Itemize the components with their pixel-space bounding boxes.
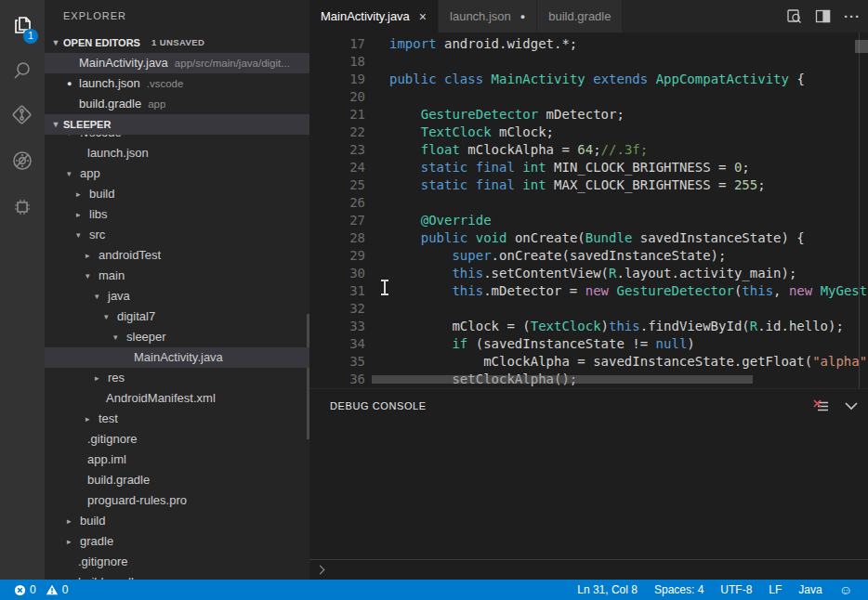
folder-section-header[interactable]: ▼ SLEEPER xyxy=(45,114,309,135)
open-editors-label: OPEN EDITORS xyxy=(63,33,140,53)
line-number: 18 xyxy=(324,53,365,71)
close-panel-icon[interactable] xyxy=(844,401,859,411)
tree-item-build.gradle[interactable]: build.gradle xyxy=(45,470,309,490)
line-number: 23 xyxy=(324,141,365,159)
tree-item-build.gradle[interactable]: build.gradle xyxy=(45,572,309,580)
dirty-dot-icon: ● xyxy=(67,73,79,94)
tree-item-java[interactable]: ▾java xyxy=(45,286,309,307)
tree-item-res[interactable]: ▸res xyxy=(45,368,309,388)
tab-label: build.gradle xyxy=(548,9,611,23)
chevron-down-icon: ▼ xyxy=(48,33,63,53)
debug-activity-button[interactable] xyxy=(0,140,45,185)
debug-icon xyxy=(10,149,34,176)
open-editor-item[interactable]: build.gradleapp xyxy=(45,94,309,114)
eol-setting[interactable]: LF xyxy=(760,580,790,600)
clear-console-icon[interactable] xyxy=(813,399,829,413)
code-line: 35 mClockAlpha = savedInstanceState.getF… xyxy=(309,353,868,371)
tree-item-digital7[interactable]: ▾digital7 xyxy=(45,307,309,327)
panel-title[interactable]: DEBUG CONSOLE xyxy=(330,400,427,411)
vertical-scrollbar[interactable] xyxy=(855,33,868,388)
encoding-setting[interactable]: UTF-8 xyxy=(712,580,760,600)
chevron-collapsed-icon: ▸ xyxy=(76,184,89,204)
line-number: 32 xyxy=(324,300,365,318)
chevron-down-icon: ▼ xyxy=(48,114,63,135)
tree-item-MainActivity.java[interactable]: MainActivity.java xyxy=(45,347,309,368)
language-mode[interactable]: Java xyxy=(790,580,830,600)
problems-indicator[interactable]: 0 0 xyxy=(9,580,72,600)
more-actions-icon[interactable]: ··· xyxy=(844,12,861,21)
cursor-position[interactable]: Ln 31, Col 8 xyxy=(569,580,646,600)
activity-bar: 1 xyxy=(0,0,45,580)
tree-item-label: build.gradle xyxy=(78,572,140,580)
tree-item-.gitignore[interactable]: .gitignore xyxy=(45,552,309,572)
code-editor[interactable]: 17import android.widget.*;1819public cla… xyxy=(309,33,868,388)
line-number: 33 xyxy=(324,318,365,335)
tree-item-label: res xyxy=(108,368,125,388)
open-editors-header[interactable]: ▼ OPEN EDITORS 1 UNSAVED xyxy=(45,33,309,53)
line-number: 31 xyxy=(324,282,365,300)
error-icon xyxy=(14,584,26,596)
tree-item-.gitignore[interactable]: .gitignore xyxy=(45,429,309,450)
code-line: 33 mClock = (TextClock)this.findViewById… xyxy=(309,318,868,335)
tree-item-src[interactable]: ▾src xyxy=(45,225,309,245)
tree-item-build[interactable]: ▸build xyxy=(45,511,309,531)
tree-item-label: libs xyxy=(89,204,108,225)
line-number: 35 xyxy=(324,353,365,371)
code-text xyxy=(365,53,389,71)
warning-count: 0 xyxy=(62,583,69,596)
tree-item-gradle[interactable]: ▸gradle xyxy=(45,531,309,552)
tree-item-build[interactable]: ▸build xyxy=(45,184,309,204)
code-text xyxy=(365,88,389,106)
tree-item-label: .gitignore xyxy=(87,429,137,450)
source-control-activity-button[interactable] xyxy=(0,95,45,139)
tree-item-AndroidManifest.xml[interactable]: AndroidManifest.xml xyxy=(45,388,309,409)
search-activity-button[interactable] xyxy=(0,50,45,95)
tree-item-proguard-rules.pro[interactable]: proguard-rules.pro xyxy=(45,490,309,511)
code-line: 22 TextClock mClock; xyxy=(309,124,868,141)
split-editor-icon[interactable] xyxy=(815,9,831,23)
tab-build.gradle[interactable]: build.gradle xyxy=(537,0,622,33)
tree-item-label: androidTest xyxy=(99,245,161,266)
open-editors-list: MainActivity.javaapp/src/main/java/digit… xyxy=(45,53,309,114)
tree-item-app[interactable]: ▾app xyxy=(45,163,309,184)
tree-item-sleeper[interactable]: ▾sleeper xyxy=(45,327,309,347)
tab-MainActivity.java[interactable]: MainActivity.java× xyxy=(309,0,438,33)
tree-item-app.iml[interactable]: app.iml xyxy=(45,450,309,470)
vscode-window: 1 xyxy=(0,0,868,600)
tree-item-main[interactable]: ▾main xyxy=(45,266,309,286)
file-tree: ▾.vscodelaunch.json▾app▸build▸libs▾src▸a… xyxy=(45,123,309,580)
tab-launch.json[interactable]: launch.json● xyxy=(439,0,536,33)
line-number: 30 xyxy=(324,265,365,282)
prompt-chevron-icon xyxy=(316,566,325,575)
tree-item-test[interactable]: ▸test xyxy=(45,409,309,429)
explorer-activity-button[interactable]: 1 xyxy=(0,6,45,50)
indentation-setting[interactable]: Spaces: 4 xyxy=(646,580,712,600)
tree-item-label: app.iml xyxy=(87,450,126,470)
line-number: 21 xyxy=(324,106,365,124)
code-line: 28 public void onCreate(Bundle savedInst… xyxy=(309,229,868,247)
code-text: static final int MIN_CLOCK_BRIGHTNESS = … xyxy=(365,159,750,176)
code-text: public void onCreate(Bundle savedInstanc… xyxy=(365,229,805,247)
search-icon xyxy=(10,59,34,86)
extensions-activity-button[interactable] xyxy=(0,187,45,231)
open-editor-item[interactable]: MainActivity.javaapp/src/main/java/digit… xyxy=(45,53,309,73)
line-number: 29 xyxy=(324,247,365,265)
chevron-expanded-icon: ▾ xyxy=(85,266,99,286)
open-editor-item[interactable]: ●launch.json.vscode xyxy=(45,73,309,94)
tab-bar: MainActivity.java×launch.json●build.grad… xyxy=(309,0,868,33)
tree-item-launch.json[interactable]: launch.json xyxy=(45,143,309,163)
chevron-collapsed-icon: ▸ xyxy=(67,531,80,552)
code-text: import android.widget.*; xyxy=(365,35,577,53)
feedback-smiley-icon[interactable]: ☺ xyxy=(831,580,861,600)
debug-console-input[interactable] xyxy=(309,559,868,580)
horizontal-scrollbar[interactable] xyxy=(372,375,753,384)
tree-item-label: AndroidManifest.xml xyxy=(106,388,216,409)
open-preview-icon[interactable] xyxy=(786,8,802,24)
open-editor-name: launch.json xyxy=(79,73,140,94)
folder-section-label: SLEEPER xyxy=(63,114,111,135)
code-line: 18 xyxy=(309,53,868,71)
tree-item-androidTest[interactable]: ▸androidTest xyxy=(45,245,309,266)
tree-item-libs[interactable]: ▸libs xyxy=(45,204,309,225)
close-icon[interactable]: × xyxy=(419,9,427,24)
chevron-expanded-icon: ▾ xyxy=(104,307,117,327)
